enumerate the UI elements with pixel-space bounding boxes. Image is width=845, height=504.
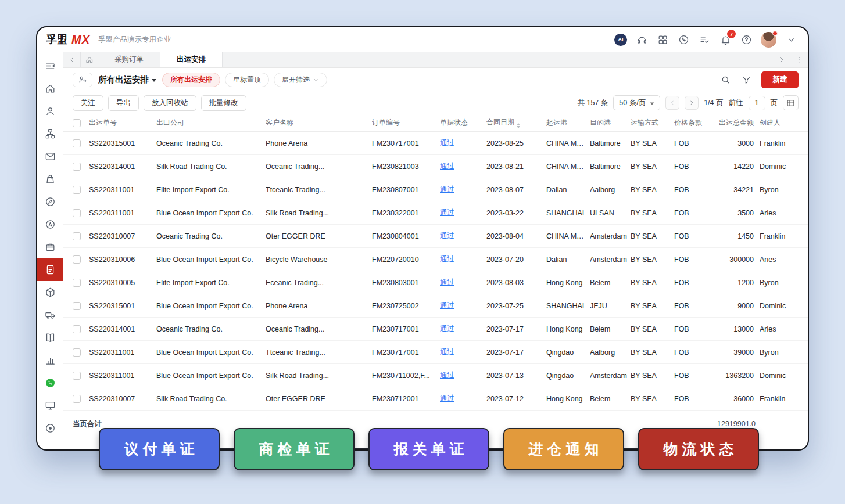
table-row-0[interactable]: SS220315001Oceanic Trading Co.Phone Aren… xyxy=(63,132,808,155)
whatsapp-call-icon[interactable] xyxy=(677,33,690,46)
sidebar-item-whatsapp[interactable] xyxy=(37,372,63,394)
column-settings-button[interactable] xyxy=(783,95,799,110)
sidebar-item-products[interactable] xyxy=(37,236,63,258)
column-header-transport-mode[interactable]: 运输方式 xyxy=(631,118,674,128)
column-header-destination-port[interactable]: 目的港 xyxy=(590,118,631,128)
status-link[interactable]: 通过 xyxy=(440,325,454,333)
more-options-icon[interactable] xyxy=(790,52,808,67)
table-row-2[interactable]: SS220311001Elite Import Export Co.Ttcean… xyxy=(63,178,808,201)
status-link[interactable]: 通过 xyxy=(440,278,454,286)
status-link[interactable]: 通过 xyxy=(440,371,454,379)
row-checkbox[interactable] xyxy=(63,186,89,194)
column-header-total-amount[interactable]: 出运总金额 xyxy=(717,118,760,128)
table-row-1[interactable]: SS220314001Silk Road Trading Co.Oceanic … xyxy=(63,155,808,178)
process-button-logistics-status[interactable]: 物流状态 xyxy=(638,428,759,470)
column-header-customer-name[interactable]: 客户名称 xyxy=(266,118,372,128)
table-row-6[interactable]: SS220310005Elite Import Export Co.Eceani… xyxy=(63,271,808,294)
notifications-icon[interactable]: 7 xyxy=(719,33,732,46)
row-checkbox[interactable] xyxy=(63,348,89,357)
help-icon[interactable] xyxy=(740,33,753,46)
task-list-icon[interactable] xyxy=(698,33,711,46)
row-checkbox[interactable] xyxy=(63,395,89,403)
row-checkbox[interactable] xyxy=(63,255,89,264)
row-checkbox[interactable] xyxy=(63,163,89,171)
goto-page-input[interactable]: 1 xyxy=(749,96,765,110)
sidebar-item-discovery[interactable] xyxy=(37,190,63,213)
row-checkbox[interactable] xyxy=(63,279,89,287)
nav-forward-button[interactable] xyxy=(773,52,790,67)
filter-pill-2[interactable]: 展开筛选 xyxy=(274,73,327,87)
sidebar-item-shipping-documents[interactable] xyxy=(37,258,63,281)
sidebar-item-mail[interactable] xyxy=(37,145,63,168)
column-header-status[interactable]: 单据状态 xyxy=(440,118,486,128)
table-row-5[interactable]: SS220310006Blue Ocean Import Export Co.B… xyxy=(63,248,808,271)
sidebar-item-marketing[interactable] xyxy=(37,213,63,236)
filter-pill-0[interactable]: 所有出运安排 xyxy=(162,73,220,87)
sidebar-item-logistics[interactable] xyxy=(37,304,63,326)
column-header-export-company[interactable]: 出口公司 xyxy=(156,118,266,128)
table-row-9[interactable]: SS220311001Blue Ocean Import Export Co.T… xyxy=(63,341,808,364)
filter-pill-1[interactable]: 星标置顶 xyxy=(225,73,269,87)
sidebar-item-target[interactable] xyxy=(37,417,63,440)
page-size-select[interactable]: 50 条/页 xyxy=(613,95,660,110)
column-header-creator[interactable]: 创建人 xyxy=(760,118,808,128)
status-link[interactable]: 通过 xyxy=(440,301,454,309)
column-header-order-no[interactable]: 订单编号 xyxy=(372,118,440,128)
column-header-departure-port[interactable]: 起运港 xyxy=(546,118,590,128)
headset-support-icon[interactable] xyxy=(635,33,648,46)
tab-0[interactable]: 采购订单 xyxy=(98,52,160,67)
process-button-negotiation-docs[interactable]: 议付单证 xyxy=(99,428,220,470)
sort-icon[interactable] xyxy=(517,123,520,129)
view-selector[interactable]: 所有出运安排 xyxy=(98,74,156,85)
process-button-warehouse-notice[interactable]: 进仓通知 xyxy=(503,428,624,470)
sidebar-item-orders[interactable] xyxy=(37,168,63,190)
column-header-shipment-no[interactable]: 出运单号 xyxy=(89,118,156,128)
sidebar-item-contacts[interactable] xyxy=(37,100,63,123)
sidebar-item-ledger[interactable] xyxy=(37,326,63,349)
filter-icon[interactable] xyxy=(739,73,753,87)
column-header-price-term[interactable]: 价格条款 xyxy=(674,118,717,128)
table-row-8[interactable]: SS220314001Oceanic Trading Co.Oceanic Tr… xyxy=(63,318,808,341)
column-header-contract-date[interactable]: 合同日期 xyxy=(486,117,546,129)
status-link[interactable]: 通过 xyxy=(440,208,454,217)
table-row-11[interactable]: SS220310007Silk Road Trading Co.Oter EGG… xyxy=(63,387,808,411)
prev-page-button[interactable] xyxy=(665,96,679,110)
sidebar-item-collapse[interactable] xyxy=(37,55,63,77)
sidebar-item-organization[interactable] xyxy=(37,123,63,145)
toolbar-button-1[interactable]: 导出 xyxy=(108,95,139,111)
row-checkbox[interactable] xyxy=(63,139,89,147)
sidebar-item-devices[interactable] xyxy=(37,394,63,417)
select-all-checkbox[interactable] xyxy=(63,119,89,127)
toolbar-button-0[interactable]: 关注 xyxy=(73,95,103,111)
sidebar-item-home[interactable] xyxy=(37,77,63,100)
toolbar-button-2[interactable]: 放入回收站 xyxy=(144,95,196,111)
status-link[interactable]: 通过 xyxy=(440,185,454,193)
ai-assistant-icon[interactable]: AI xyxy=(614,33,627,46)
nav-home-button[interactable] xyxy=(81,52,98,67)
nav-back-button[interactable] xyxy=(63,52,81,67)
tab-1[interactable]: 出运安排 xyxy=(160,52,223,67)
status-link[interactable]: 通过 xyxy=(440,348,454,356)
table-row-3[interactable]: SS220311001Blue Ocean Import Export Co.S… xyxy=(63,201,808,225)
search-icon[interactable] xyxy=(718,73,732,87)
status-link[interactable]: 通过 xyxy=(440,139,454,147)
avatar[interactable] xyxy=(761,33,776,46)
process-button-inspection-docs[interactable]: 商检单证 xyxy=(234,428,355,470)
status-link[interactable]: 通过 xyxy=(440,162,454,170)
row-checkbox[interactable] xyxy=(63,302,89,310)
row-checkbox[interactable] xyxy=(63,372,89,380)
assignee-filter-button[interactable] xyxy=(73,73,92,87)
toolbar-button-3[interactable]: 批量修改 xyxy=(201,95,246,111)
row-checkbox[interactable] xyxy=(63,325,89,333)
status-link[interactable]: 通过 xyxy=(440,232,454,240)
process-button-customs-docs[interactable]: 报关单证 xyxy=(368,428,489,470)
row-checkbox[interactable] xyxy=(63,209,89,217)
table-row-4[interactable]: SS220310007Oceanic Trading Co.Oter EGGER… xyxy=(63,225,808,248)
table-row-7[interactable]: SS220315001Blue Ocean Import Export Co.P… xyxy=(63,294,808,318)
sidebar-item-packages[interactable] xyxy=(37,281,63,304)
account-menu-icon[interactable] xyxy=(785,33,797,46)
table-row-10[interactable]: SS220311001Blue Ocean Import Export Co.S… xyxy=(63,364,808,387)
row-checkbox[interactable] xyxy=(63,232,89,240)
sidebar-item-reports[interactable] xyxy=(37,349,63,372)
create-button[interactable]: 新建 xyxy=(761,71,799,88)
